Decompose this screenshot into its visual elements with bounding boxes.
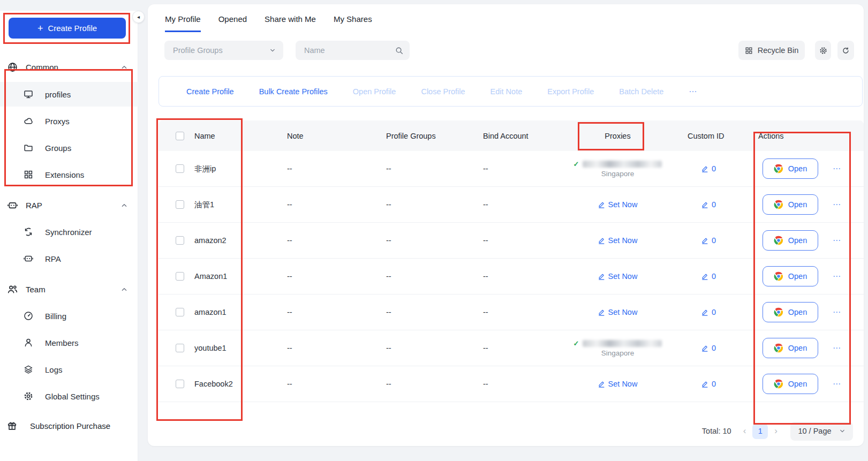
page-size-select[interactable]: 10 / Page bbox=[790, 422, 853, 441]
chevron-up-icon[interactable] bbox=[121, 65, 127, 70]
sidebar-section-common[interactable]: Common bbox=[0, 59, 138, 75]
open-profile-button[interactable]: Open bbox=[763, 266, 818, 286]
row-checkbox[interactable] bbox=[176, 344, 184, 352]
sidebar-item-profiles[interactable]: profiles bbox=[0, 82, 138, 107]
sidebar-item-proxys[interactable]: Proxys bbox=[0, 109, 138, 133]
gauge-icon bbox=[24, 311, 33, 321]
chevron-up-icon[interactable] bbox=[121, 203, 127, 208]
sidebar-item-label: RPA bbox=[45, 254, 61, 263]
action-batch-delete[interactable]: Batch Delete bbox=[619, 87, 663, 96]
pencil-icon bbox=[598, 237, 605, 244]
name-search-input[interactable] bbox=[304, 46, 395, 55]
custom-id-value: 0 bbox=[712, 236, 716, 245]
custom-id-edit[interactable]: 0 bbox=[701, 272, 716, 281]
open-profile-button[interactable]: Open bbox=[763, 374, 818, 394]
row-checkbox[interactable] bbox=[176, 164, 184, 173]
sidebar-item-rpa[interactable]: RPA bbox=[0, 246, 138, 271]
gear-icon bbox=[819, 47, 827, 55]
refresh-button[interactable] bbox=[837, 41, 854, 60]
set-proxy-link[interactable]: Set Now bbox=[598, 272, 638, 281]
chrome-icon bbox=[774, 343, 783, 353]
pencil-icon bbox=[701, 345, 708, 352]
profile-groups-value: -- bbox=[375, 272, 474, 281]
tab-opened[interactable]: Opened bbox=[218, 14, 247, 32]
set-proxy-link[interactable]: Set Now bbox=[598, 200, 638, 209]
sync-icon bbox=[24, 227, 33, 237]
custom-id-edit[interactable]: 0 bbox=[701, 200, 716, 209]
tab-my-profile[interactable]: My Profile bbox=[165, 14, 201, 32]
sidebar-item-billing[interactable]: Billing bbox=[0, 304, 138, 328]
action-create-profile[interactable]: Create Profile bbox=[186, 87, 234, 96]
action-close-profile[interactable]: Close Profile bbox=[421, 87, 465, 96]
action-open-profile[interactable]: Open Profile bbox=[353, 87, 396, 96]
team-icon bbox=[7, 284, 18, 294]
row-more-ellipsis[interactable]: ⋯ bbox=[833, 236, 842, 245]
tab-bar: My Profile Opened Share with Me My Share… bbox=[165, 14, 372, 32]
custom-id-edit[interactable]: 0 bbox=[701, 164, 716, 173]
row-checkbox[interactable] bbox=[176, 308, 184, 316]
sidebar-item-label: Extensions bbox=[45, 170, 84, 179]
settings-button[interactable] bbox=[815, 41, 831, 60]
profile-groups-select[interactable]: Profile Groups bbox=[164, 41, 283, 60]
row-more-ellipsis[interactable]: ⋯ bbox=[833, 164, 842, 173]
sidebar-section-rap[interactable]: RAP bbox=[0, 197, 138, 213]
sidebar-collapse-button[interactable]: ◂ bbox=[132, 11, 145, 23]
row-checkbox[interactable] bbox=[176, 380, 184, 388]
action-bulk-create-profiles[interactable]: Bulk Create Profiles bbox=[259, 87, 328, 96]
custom-id-value: 0 bbox=[712, 380, 716, 388]
sidebar-item-label: Groups bbox=[45, 143, 71, 153]
open-profile-button[interactable]: Open bbox=[763, 194, 818, 215]
prev-page-button[interactable]: ‹ bbox=[740, 426, 750, 436]
open-profile-button[interactable]: Open bbox=[763, 230, 818, 251]
row-more-ellipsis[interactable]: ⋯ bbox=[833, 200, 842, 209]
custom-id-edit[interactable]: 0 bbox=[701, 380, 716, 388]
col-profile-groups: Profile Groups bbox=[375, 132, 474, 140]
profile-groups-value: -- bbox=[375, 200, 474, 209]
open-profile-button[interactable]: Open bbox=[763, 158, 818, 179]
set-proxy-link[interactable]: Set Now bbox=[598, 380, 638, 388]
row-checkbox[interactable] bbox=[176, 200, 184, 209]
row-checkbox[interactable] bbox=[176, 272, 184, 281]
action-more-ellipsis[interactable]: ⋯ bbox=[689, 87, 697, 96]
sidebar-item-logs[interactable]: Logs bbox=[0, 357, 138, 382]
select-all-checkbox[interactable] bbox=[176, 132, 184, 140]
row-more-ellipsis[interactable]: ⋯ bbox=[833, 379, 842, 389]
bind-account-value: -- bbox=[474, 236, 571, 245]
tab-share-with-me[interactable]: Share with Me bbox=[265, 14, 316, 32]
sidebar-item-extensions[interactable]: Extensions bbox=[0, 162, 138, 187]
custom-id-edit[interactable]: 0 bbox=[701, 236, 716, 245]
recycle-bin-label: Recycle Bin bbox=[758, 46, 799, 55]
set-proxy-link[interactable]: Set Now bbox=[598, 236, 638, 245]
row-more-ellipsis[interactable]: ⋯ bbox=[833, 271, 842, 281]
action-edit-note[interactable]: Edit Note bbox=[490, 87, 523, 96]
sidebar-section-team[interactable]: Team bbox=[0, 281, 138, 297]
filter-row: Profile Groups Recycle Bin bbox=[164, 41, 854, 60]
sidebar-item-global-settings[interactable]: Global Settings bbox=[0, 384, 138, 409]
row-checkbox[interactable] bbox=[176, 236, 184, 245]
recycle-bin-button[interactable]: Recycle Bin bbox=[738, 41, 805, 60]
row-more-ellipsis[interactable]: ⋯ bbox=[833, 343, 842, 353]
sidebar-item-groups[interactable]: Groups bbox=[0, 135, 138, 160]
bulk-action-bar: Create Profile Bulk Create Profiles Open… bbox=[158, 76, 863, 107]
custom-id-edit[interactable]: 0 bbox=[701, 344, 716, 352]
next-page-button[interactable]: › bbox=[771, 426, 781, 436]
create-profile-button[interactable]: + Create Profile bbox=[9, 18, 126, 39]
robot-icon bbox=[24, 254, 33, 263]
proxy-location: Singapore bbox=[601, 170, 635, 178]
set-proxy-link[interactable]: Set Now bbox=[598, 308, 638, 316]
chevron-up-icon[interactable] bbox=[121, 287, 127, 292]
custom-id-value: 0 bbox=[712, 200, 716, 209]
profile-groups-value: -- bbox=[375, 344, 474, 352]
sidebar-item-synchronizer[interactable]: Synchronizer bbox=[0, 220, 138, 244]
open-profile-button[interactable]: Open bbox=[763, 302, 818, 322]
sidebar-item-subscription-purchase[interactable]: Subscription Purchase bbox=[0, 415, 138, 436]
name-search-field[interactable] bbox=[296, 41, 410, 60]
redacted-proxy-address bbox=[583, 340, 662, 347]
action-export-profile[interactable]: Export Profile bbox=[547, 87, 594, 96]
open-profile-button[interactable]: Open bbox=[763, 338, 818, 358]
page-number[interactable]: 1 bbox=[752, 424, 768, 439]
row-more-ellipsis[interactable]: ⋯ bbox=[833, 307, 842, 317]
sidebar-item-members[interactable]: Members bbox=[0, 330, 138, 355]
tab-my-shares[interactable]: My Shares bbox=[334, 14, 372, 32]
custom-id-edit[interactable]: 0 bbox=[701, 308, 716, 316]
